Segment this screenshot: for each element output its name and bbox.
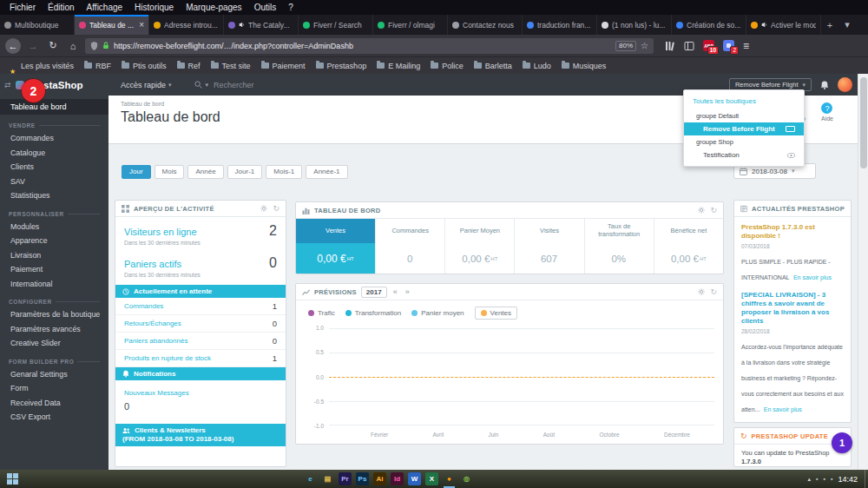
forecast-year-select[interactable]: 2017	[361, 287, 387, 298]
menu-item[interactable]: Outils	[248, 0, 283, 15]
browser-tab[interactable]: The Cataly...	[224, 15, 299, 35]
refresh-icon[interactable]: ↻	[273, 204, 279, 213]
menu-item[interactable]: Fichier	[3, 0, 42, 15]
bookmark-item[interactable]: Prestashop	[312, 57, 372, 75]
new-tab-button[interactable]: +	[821, 15, 838, 35]
lock-icon[interactable]	[102, 42, 109, 49]
library-icon[interactable]	[665, 41, 675, 51]
legend-item[interactable]: Panier moyen	[411, 309, 464, 317]
tab-close-icon[interactable]	[139, 21, 144, 30]
shop-dropdown-entry[interactable]: groupe Shop	[684, 135, 804, 148]
zoom-level-badge[interactable]: 80%	[615, 41, 636, 51]
taskbar-app-icon[interactable]: ▤	[321, 472, 334, 485]
sidebar-item[interactable]: Modules	[0, 220, 108, 234]
sidebar-item-dashboard[interactable]: Tableau de bord	[0, 99, 108, 115]
sidebar-item[interactable]: Paiement	[0, 262, 108, 277]
kpi-column[interactable]: Panier Moyen 0,00 €HT	[445, 219, 515, 274]
sidebar-item[interactable]: Creative Slider	[0, 336, 108, 351]
taskbar-app-icon[interactable]: ●	[443, 472, 456, 485]
gear-icon[interactable]	[260, 205, 267, 212]
bookmark-star-icon[interactable]: ☆	[641, 41, 648, 50]
taskbar-app-icon[interactable]: Pr	[339, 472, 352, 485]
browser-tab[interactable]: Tableau de ...	[75, 15, 149, 35]
legend-item[interactable]: Trafic	[308, 309, 335, 317]
browser-tab[interactable]: Adresse introu...	[149, 15, 224, 35]
sidebar-toggle-icon[interactable]	[684, 41, 694, 51]
search-icon[interactable]	[194, 81, 202, 89]
sidebar-item[interactable]: Apparence	[0, 234, 108, 248]
show-desktop-button[interactable]	[865, 470, 868, 488]
menu-item[interactable]: Édition	[42, 0, 81, 15]
bookmark-item[interactable]: Paiement	[257, 57, 310, 75]
taskbar-app-icon[interactable]: Ps	[356, 472, 369, 485]
kpi-column[interactable]: Ventes 0,00 €HT	[296, 219, 376, 274]
pending-row-link[interactable]: Retours/Échanges	[124, 320, 181, 327]
new-messages-link[interactable]: Nouveaux Messages	[115, 380, 286, 397]
hamburger-menu-icon[interactable]: ≡	[743, 40, 749, 52]
browser-tab[interactable]: Création de so...	[672, 15, 746, 35]
taskbar-app-icon[interactable]: X	[425, 472, 438, 485]
page-scrollbar[interactable]	[858, 74, 868, 470]
time-filter-button[interactable]: Année-1	[306, 165, 347, 179]
checkbox-icon[interactable]	[786, 126, 795, 132]
time-filter-button[interactable]: Jour	[122, 165, 151, 179]
shield-icon[interactable]	[90, 42, 98, 50]
extension-icon[interactable]: 2	[723, 40, 734, 51]
time-filter-button[interactable]: Mois-1	[266, 165, 302, 179]
shop-dropdown-entry[interactable]: groupe Default	[684, 109, 804, 122]
notifications-bell-icon[interactable]	[820, 80, 829, 90]
sidebar-item[interactable]: Paramètres de la boutique	[0, 307, 108, 322]
sidebar-item[interactable]: Form	[0, 381, 108, 396]
bookmark-item[interactable]: E Mailing	[372, 57, 424, 75]
bookmark-item[interactable]: Ref	[173, 57, 205, 75]
tab-overflow-button[interactable]: ▾	[838, 15, 856, 35]
kpi-column[interactable]: Bénéfice net 0,00 €HT	[654, 219, 723, 274]
kpi-column[interactable]: Commandes 0	[376, 219, 445, 274]
clock[interactable]: 14:42	[832, 475, 865, 484]
scrollbar-thumb[interactable]	[860, 77, 867, 168]
tab-audio-icon[interactable]	[239, 22, 245, 28]
sidebar-item[interactable]: Catalogue	[0, 146, 108, 161]
kpi-column[interactable]: Taux de transformation 0%	[585, 219, 654, 274]
refresh-icon[interactable]: ↻	[710, 287, 717, 296]
search-input[interactable]	[212, 80, 307, 90]
url-text[interactable]: https://remove-beforeflight.com/…/index.…	[114, 42, 611, 50]
browser-tab[interactable]: (1 non lus) - lu...	[597, 15, 672, 35]
time-filter-button[interactable]: Année	[187, 165, 223, 179]
browser-tab[interactable]: Multiboutique	[0, 15, 75, 35]
bookmark-item[interactable]: Ludo	[518, 57, 556, 75]
browser-tab[interactable]: Fiverr / Search	[299, 15, 373, 35]
pending-row-link[interactable]: Commandes	[124, 302, 163, 310]
pending-row-link[interactable]: Produits en rupture de stock	[124, 354, 211, 362]
sidebar-item[interactable]: Genaral Settings	[0, 367, 108, 382]
update-version-link[interactable]: 1.7.3.0	[741, 458, 761, 465]
back-button[interactable]: ←	[5, 38, 21, 54]
taskbar-app-icon[interactable]: ◎	[460, 472, 473, 485]
taskbar-app-icon[interactable]: Ai	[373, 472, 386, 485]
tray-icon[interactable]: ▪	[816, 476, 818, 482]
gear-icon[interactable]	[698, 207, 705, 214]
sidebar-item[interactable]: International	[0, 277, 108, 292]
bookmark-item[interactable]: RBF	[80, 57, 115, 75]
start-button[interactable]	[4, 472, 20, 486]
online-visitors-link[interactable]: Visiteurs en ligne	[124, 227, 197, 237]
previous-year-button[interactable]: «	[391, 287, 399, 296]
menu-item[interactable]: Historique	[128, 0, 180, 15]
menu-item[interactable]: ?	[282, 0, 299, 15]
all-shops-option[interactable]: Toutes les boutiques	[684, 94, 804, 109]
sidebar-item[interactable]: Statistiques	[0, 188, 108, 203]
taskbar-app-icon[interactable]: W	[408, 472, 421, 485]
next-year-button[interactable]: »	[404, 287, 411, 296]
tab-audio-icon[interactable]	[761, 22, 767, 28]
menu-item[interactable]: Marque-pages	[180, 0, 247, 15]
gear-icon[interactable]	[698, 288, 705, 295]
bookmark-item[interactable]: Musiques	[557, 57, 611, 75]
sidebar-item[interactable]: CSV Export	[0, 410, 108, 425]
read-more-link[interactable]: En savoir plus	[793, 274, 832, 280]
kpi-column[interactable]: Visites 607	[515, 219, 584, 274]
taskbar-app-icon[interactable]: e	[304, 472, 317, 485]
sidebar-item[interactable]: Livraison	[0, 248, 108, 263]
browser-tab[interactable]: Fiverr / olmagi	[373, 15, 448, 35]
time-filter-button[interactable]: Mois	[155, 165, 185, 179]
active-carts-link[interactable]: Paniers actifs	[124, 259, 181, 269]
